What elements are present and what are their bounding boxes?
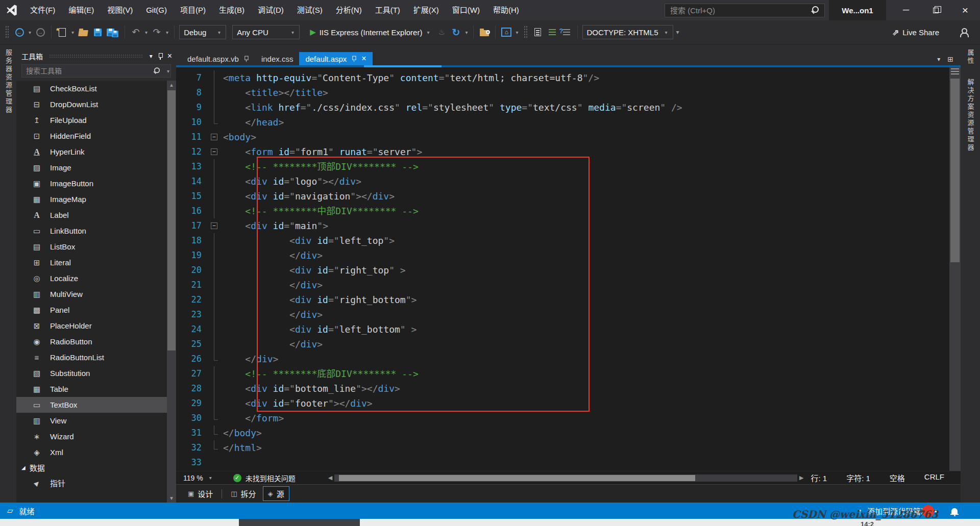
- code-line[interactable]: 7<meta http-equiv="Content-Type" content…: [176, 70, 961, 85]
- toolbox-item-label[interactable]: ALabel: [16, 207, 176, 223]
- find-in-files-button[interactable]: [478, 24, 491, 40]
- code-line[interactable]: 16 <!-- ********中部DIV******** -->: [176, 204, 961, 218]
- code-line[interactable]: 33: [176, 455, 961, 470]
- navigate-forward-button[interactable]: →: [34, 24, 46, 40]
- toolbox-item-fileupload[interactable]: ↥FileUpload: [16, 112, 176, 128]
- toolbox-item-imagemap[interactable]: ▦ImageMap: [16, 191, 176, 207]
- format-selection-button[interactable]: [560, 24, 573, 40]
- menu-item[interactable]: Git(G): [139, 0, 174, 20]
- menu-item[interactable]: 文件(F): [23, 0, 62, 20]
- save-all-button[interactable]: [106, 24, 120, 40]
- menu-item[interactable]: 视图(V): [101, 0, 139, 20]
- zoom-level-select[interactable]: 119 %▾: [178, 474, 218, 482]
- code-line[interactable]: 25 </div>: [176, 337, 961, 352]
- code-line[interactable]: 13 <!-- ********顶部DIV******** -->: [176, 159, 961, 174]
- toolbox-item-指针[interactable]: ▶指针: [16, 475, 176, 491]
- document-outline-button[interactable]: [532, 24, 544, 40]
- search-icon[interactable]: [810, 5, 821, 16]
- editor-scrollbar-thumb[interactable]: [950, 79, 960, 262]
- back-dropdown-icon[interactable]: ▾: [28, 30, 32, 35]
- toolbox-group-data[interactable]: ◢数据: [16, 460, 176, 475]
- toolbox-menu-icon[interactable]: ▾: [149, 53, 154, 60]
- menu-item[interactable]: 项目(P): [174, 0, 212, 20]
- code-line[interactable]: 31</body>: [176, 425, 961, 440]
- toolbox-item-image[interactable]: ▨Image: [16, 160, 176, 176]
- toolbox-item-table[interactable]: ▦Table: [16, 381, 176, 397]
- minimize-button[interactable]: ─: [891, 0, 921, 20]
- browse-with-button[interactable]: ⌂: [500, 24, 512, 40]
- solution-platform-select[interactable]: Any CPU▾: [232, 25, 300, 39]
- solution-explorer-tab[interactable]: 解决方案资源管理器: [966, 79, 975, 152]
- toolbox-item-radiobutton[interactable]: ◉RadioButton: [16, 334, 176, 349]
- toolbox-scrollbar-thumb[interactable]: [167, 90, 176, 350]
- code-line[interactable]: 29 <div id="footer"></div>: [176, 396, 961, 411]
- document-list-dropdown-icon[interactable]: ▾: [937, 56, 940, 63]
- refresh-dropdown-icon[interactable]: ▾: [464, 30, 469, 35]
- code-line[interactable]: 17− <div id="main">: [176, 218, 961, 233]
- code-line[interactable]: 12− <form id="form1" runat="server">: [176, 144, 961, 159]
- code-line[interactable]: 28 <div id="bottom_line"></div>: [176, 381, 961, 396]
- scroll-left-icon[interactable]: ◀: [326, 474, 334, 481]
- toolbox-item-dropdownlist[interactable]: ⊟DropDownList: [16, 96, 176, 112]
- new-file-dropdown-icon[interactable]: ▾: [70, 30, 75, 35]
- toolbox-search-box[interactable]: ▾: [21, 64, 171, 78]
- code-line[interactable]: 21 </div>: [176, 278, 961, 292]
- close-button[interactable]: ×: [950, 0, 980, 20]
- tab-default.aspx.vb[interactable]: default.aspx.vb: [181, 52, 255, 65]
- toolbox-pin-icon[interactable]: [158, 53, 163, 60]
- quick-search-input[interactable]: [665, 6, 810, 15]
- toolbox-close-icon[interactable]: ×: [167, 52, 172, 60]
- solution-configuration-select[interactable]: Debug▾: [179, 25, 226, 39]
- menu-item[interactable]: 工具(T): [369, 0, 407, 20]
- code-line[interactable]: 24 <div id="left_bottom" >: [176, 322, 961, 337]
- eol-mode-label[interactable]: CRLF: [924, 472, 944, 483]
- editor-horizontal-scrollbar[interactable]: ◀ ▶: [326, 474, 806, 482]
- scroll-right-icon[interactable]: ▶: [797, 474, 805, 481]
- code-line[interactable]: 18 <div id="left_top">: [176, 233, 961, 248]
- toolbox-item-placeholder[interactable]: ⊠PlaceHolder: [16, 318, 176, 334]
- code-line[interactable]: 32</html>: [176, 440, 961, 455]
- toolbox-item-literal[interactable]: ⊞Literal: [16, 255, 176, 270]
- code-line[interactable]: 20 <div id="right_top" >: [176, 263, 961, 278]
- live-share-button[interactable]: ⇗ Live Share: [889, 28, 942, 37]
- notifications-bell-icon[interactable]: [951, 508, 958, 514]
- code-line[interactable]: 23 </div>: [176, 307, 961, 322]
- menu-item[interactable]: 调试(D): [251, 0, 290, 20]
- splitter-grip-icon[interactable]: [951, 68, 959, 76]
- doctype-select[interactable]: DOCTYPE: XHTML5▾: [582, 25, 673, 39]
- code-line[interactable]: 11−<body>: [176, 130, 961, 144]
- restore-button[interactable]: [921, 0, 950, 20]
- scroll-down-icon[interactable]: ▼: [167, 494, 176, 503]
- navigate-back-button[interactable]: ←: [13, 24, 26, 40]
- code-line[interactable]: 9 <link href="./css/index.css" rel="styl…: [176, 100, 961, 115]
- menu-item[interactable]: 窗口(W): [446, 0, 486, 20]
- toolbox-drag-texture[interactable]: [49, 54, 142, 59]
- indent-mode-label[interactable]: 空格: [890, 472, 905, 483]
- view-tab-设计[interactable]: ▣设计: [183, 487, 217, 500]
- code-editor[interactable]: 7<meta http-equiv="Content-Type" content…: [176, 67, 961, 471]
- sign-in-button[interactable]: [958, 24, 970, 40]
- tab-pin-icon[interactable]: [352, 55, 357, 62]
- toolbar-grip-2[interactable]: [524, 26, 528, 39]
- menu-item[interactable]: 扩展(X): [407, 0, 446, 20]
- code-line[interactable]: 10 </head>: [176, 115, 961, 130]
- save-button[interactable]: [91, 24, 104, 40]
- new-file-button[interactable]: [56, 24, 68, 40]
- toolbox-search-icon[interactable]: [153, 66, 162, 76]
- toolbox-item-listbox[interactable]: ▤ListBox: [16, 239, 176, 255]
- toolbox-item-textbox[interactable]: ▭TextBox: [16, 397, 176, 413]
- quick-search-box[interactable]: [665, 4, 825, 17]
- code-line[interactable]: 27 <!-- ********底部DIV******** -->: [176, 366, 961, 381]
- toolbox-item-multiview[interactable]: ▥MultiView: [16, 286, 176, 302]
- code-line[interactable]: 30 </form>: [176, 411, 961, 425]
- toolbox-search-dropdown-icon[interactable]: ▾: [166, 68, 170, 74]
- view-tab-拆分[interactable]: ◫拆分: [226, 487, 260, 500]
- tab-default.aspx[interactable]: default.aspx×: [299, 52, 372, 65]
- toolbox-item-imagebutton[interactable]: ▣ImageButton: [16, 176, 176, 191]
- refresh-button[interactable]: ↻: [450, 24, 462, 40]
- toolbox-item-hyperlink[interactable]: AHyperLink: [16, 144, 176, 160]
- editor-options-icon[interactable]: ⊞: [947, 55, 953, 63]
- tab-close-icon[interactable]: ×: [361, 54, 366, 63]
- menu-item[interactable]: 编辑(E): [62, 0, 101, 20]
- toolbox-search-input[interactable]: [22, 67, 152, 75]
